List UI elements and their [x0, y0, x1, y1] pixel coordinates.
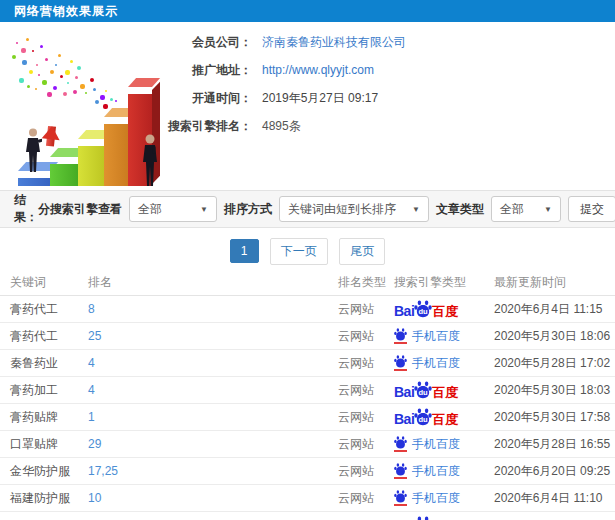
last-page-button[interactable]: 尾页 [339, 238, 385, 265]
promo-url-label: 推广地址： [152, 62, 252, 79]
pagination: 1 下一页 尾页 [0, 238, 615, 265]
rank-type-cell: 云网站 [338, 328, 394, 345]
updated-cell: 2020年5月30日 18:06 [494, 328, 615, 345]
page-1-button[interactable]: 1 [230, 239, 259, 263]
engine-cell: 手机百度 [394, 355, 494, 371]
svg-text:du: du [419, 388, 429, 397]
updated-cell: 2020年6月20日 09:25 [494, 463, 615, 480]
col-header-rank-type: 排名类型 [338, 274, 394, 291]
filter-controls: 分搜索引擎查看 全部 ▼ 排序方式 关键词由短到长排序 ▼ 文章类型 全部 ▼ … [38, 196, 615, 222]
svg-text:du: du [419, 307, 429, 316]
rank-link[interactable]: 4 [88, 356, 338, 370]
sort-filter-label: 排序方式 [224, 201, 272, 218]
table-row: 福建防护服 10 云网站 手机百度 2020年6月4日 11:10 [0, 485, 615, 512]
rank-link[interactable]: 29 [88, 437, 338, 451]
info-row-url: 推广地址： http://www.qlyyjt.com [152, 62, 406, 78]
rank-link[interactable]: 25 [88, 329, 338, 343]
baidu-mobile-logo: 手机百度 [394, 328, 460, 344]
baidu-mobile-underline [394, 477, 407, 479]
engine-cell: 手机百度 [394, 490, 494, 506]
updated-cell: 2020年5月30日 17:58 [494, 409, 615, 426]
updated-cell: 2020年5月28日 16:55 [494, 436, 615, 453]
next-page-button[interactable]: 下一页 [270, 238, 328, 265]
sort-filter-select[interactable]: 关键词由短到长排序 ▼ [279, 196, 429, 222]
company-link[interactable]: 济南秦鲁药业科技有限公司 [262, 34, 406, 51]
article-type-label: 文章类型 [436, 201, 484, 218]
updated-cell: 2020年6月4日 11:10 [494, 490, 615, 507]
table-row: 膏药贴牌 1 云网站 Baidu百度 2020年5月30日 17:58 [0, 404, 615, 431]
baidu-paw-icon: du [414, 516, 432, 520]
up-arrow-icon [41, 125, 56, 146]
rank-link[interactable]: 10 [88, 491, 338, 505]
rank-type-cell: 云网站 [338, 409, 394, 426]
rank-count-label: 搜索引擎排名： [152, 118, 252, 135]
submit-button[interactable]: 提交 [568, 196, 615, 222]
engine-cell: Baidu百度 [394, 300, 494, 318]
col-header-updated: 最新更新时间 [494, 274, 615, 291]
updated-cell: 2020年5月28日 17:02 [494, 355, 615, 372]
bar-chart-illustration [4, 30, 172, 186]
baidu-mobile-logo: 手机百度 [394, 436, 460, 452]
baidu-pc-logo: Baidu百度 [394, 516, 458, 520]
filter-bar: 结果： 分搜索引擎查看 全部 ▼ 排序方式 关键词由短到长排序 ▼ 文章类型 全… [0, 190, 615, 228]
keyword-cell: 秦鲁药业 [10, 355, 88, 372]
table-row: 秦鲁药业 4 云网站 手机百度 2020年5月28日 17:02 [0, 350, 615, 377]
page-title: 网络营销效果展示 [14, 3, 118, 20]
keyword-cell: 膏药加工 [10, 382, 88, 399]
keyword-cell: 膏药贴牌 [10, 409, 88, 426]
result-label: 结果： [14, 192, 38, 226]
baidu-mobile-underline [394, 342, 407, 344]
baidu-mobile-underline [394, 450, 407, 452]
promo-url-link[interactable]: http://www.qlyyjt.com [262, 63, 374, 77]
baidu-mobile-underline [394, 369, 407, 371]
col-header-rank: 排名 [88, 274, 338, 291]
keyword-cell: 口罩贴牌 [10, 436, 88, 453]
keyword-cell: 福建防护服 [10, 490, 88, 507]
table-row: 膏药加工 4 云网站 Baidu百度 2020年5月30日 18:03 [0, 377, 615, 404]
rank-link[interactable]: 8 [88, 302, 338, 316]
chevron-down-icon: ▼ [544, 205, 552, 214]
info-row-company: 会员公司： 济南秦鲁药业科技有限公司 [152, 34, 406, 50]
open-time-label: 开通时间： [152, 90, 252, 107]
updated-cell: 2020年5月30日 18:03 [494, 382, 615, 399]
table-row: Baidu百度 [0, 512, 615, 520]
col-header-keyword: 关键词 [10, 274, 88, 291]
rank-link[interactable]: 17,25 [88, 464, 338, 478]
col-header-engine-type: 搜索引擎类型 [394, 274, 494, 291]
article-type-select[interactable]: 全部 ▼ [491, 196, 561, 222]
baidu-mobile-logo: 手机百度 [394, 463, 460, 479]
baidu-mobile-logo: 手机百度 [394, 355, 460, 371]
engine-filter-label: 分搜索引擎查看 [38, 201, 122, 218]
open-time-value: 2019年5月27日 09:17 [262, 90, 378, 107]
engine-filter-select[interactable]: 全部 ▼ [129, 196, 217, 222]
table-row: 金华防护服 17,25 云网站 手机百度 2020年6月20日 09:25 [0, 458, 615, 485]
baidu-mobile-logo: 手机百度 [394, 490, 460, 506]
baidu-pc-logo: Baidu百度 [394, 381, 458, 399]
engine-cell: 手机百度 [394, 463, 494, 479]
rank-link[interactable]: 4 [88, 383, 338, 397]
table-row: 膏药代工 25 云网站 手机百度 2020年5月30日 18:06 [0, 323, 615, 350]
keyword-cell: 金华防护服 [10, 463, 88, 480]
rank-count-value: 4895条 [262, 118, 301, 135]
info-row-rank-count: 搜索引擎排名： 4895条 [152, 118, 406, 134]
updated-cell: 2020年6月4日 11:15 [494, 301, 615, 318]
results-table: 关键词 排名 排名类型 搜索引擎类型 最新更新时间 膏药代工 8 云网站 Bai… [0, 270, 615, 520]
window-header: 网络营销效果展示 [0, 0, 615, 22]
info-row-open-time: 开通时间： 2019年5月27日 09:17 [152, 90, 406, 106]
chevron-down-icon: ▼ [412, 205, 420, 214]
bar-orange [104, 116, 130, 186]
baidu-paw-icon: du [414, 408, 432, 426]
baidu-pc-logo: Baidu百度 [394, 408, 458, 426]
rank-link[interactable]: 1 [88, 410, 338, 424]
company-label: 会员公司： [152, 34, 252, 51]
bar-green [50, 156, 78, 186]
rank-type-cell: 云网站 [338, 490, 394, 507]
svg-text:du: du [419, 415, 429, 424]
engine-cell: 手机百度 [394, 436, 494, 452]
engine-cell: Baidu百度 [394, 516, 494, 520]
bar-yellow [78, 138, 106, 186]
engine-cell: Baidu百度 [394, 381, 494, 399]
rank-type-cell: 云网站 [338, 301, 394, 318]
rank-type-cell: 云网站 [338, 436, 394, 453]
keyword-cell: 膏药代工 [10, 328, 88, 345]
